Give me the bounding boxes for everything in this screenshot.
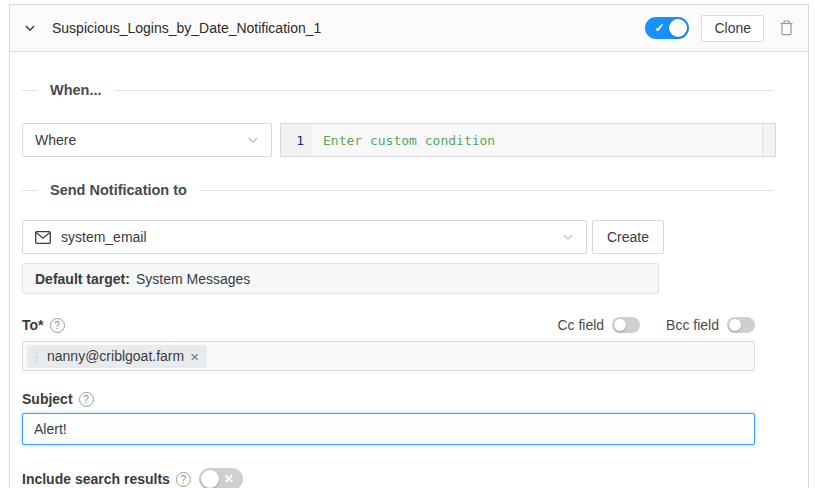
notification-header: Suspicious_Logins_by_Date_Notification_1… [10, 5, 808, 52]
divider-line [114, 90, 774, 91]
default-target-value: System Messages [136, 271, 250, 287]
cc-field-label: Cc field [557, 317, 604, 333]
condition-row: Where 1 Enter custom condition [22, 123, 808, 157]
recipients-label-row: To* ? Cc field Bcc field [22, 317, 755, 333]
operator-select-value: Where [35, 132, 76, 148]
cc-toggle-group: Cc field [557, 317, 640, 333]
help-icon[interactable]: ? [79, 392, 94, 407]
editor-scrollbar[interactable] [762, 124, 775, 156]
help-icon[interactable]: ? [50, 318, 65, 333]
delete-trash-icon[interactable] [779, 20, 794, 36]
notification-title: Suspicious_Logins_by_Date_Notification_1 [52, 20, 321, 36]
subject-label: Subject ? [22, 391, 808, 407]
bcc-field-toggle[interactable] [727, 317, 755, 333]
editor-placeholder: Enter custom condition [312, 133, 495, 148]
to-recipients-input[interactable]: ⋮ nanny@criblgoat.farm × [22, 341, 755, 371]
toggle-knob [201, 470, 219, 488]
subject-input[interactable] [22, 413, 755, 445]
include-results-label-text: Include search results [22, 471, 170, 487]
clone-button[interactable]: Clone [701, 15, 764, 42]
send-section-title: Send Notification to [50, 182, 187, 198]
divider-dash [22, 90, 38, 91]
toggle-knob [669, 19, 687, 37]
divider-line [199, 190, 774, 191]
target-row: system_email Create [22, 220, 808, 254]
subject-label-text: Subject [22, 391, 73, 407]
toggle-knob [614, 319, 626, 331]
target-select-value: system_email [61, 229, 147, 245]
notification-panel: Suspicious_Logins_by_Date_Notification_1… [9, 4, 809, 488]
bcc-toggle-group: Bcc field [666, 317, 755, 333]
default-target-info: Default target: System Messages [22, 263, 659, 294]
toggle-check-icon: ✓ [654, 22, 664, 34]
operator-select[interactable]: Where [22, 123, 272, 157]
enabled-toggle[interactable]: ✓ [645, 17, 689, 39]
when-section-title: When... [50, 82, 102, 98]
chevron-down-icon [247, 134, 259, 146]
envelope-icon [35, 231, 51, 244]
include-results-label: Include search results ? [22, 471, 191, 487]
condition-code-editor[interactable]: 1 Enter custom condition [280, 123, 776, 157]
cc-field-toggle[interactable] [612, 317, 640, 333]
chevron-down-icon [562, 231, 574, 243]
divider-dash [22, 190, 38, 191]
when-section-divider: When... [22, 82, 774, 98]
editor-line-number: 1 [281, 124, 312, 156]
to-label: To* ? [22, 317, 65, 333]
notification-target-select[interactable]: system_email [22, 220, 587, 254]
recipient-email: nanny@criblgoat.farm [47, 348, 184, 364]
include-results-row: Include search results ? ✕ [22, 468, 808, 488]
send-section-divider: Send Notification to [22, 182, 774, 198]
toggle-knob [729, 319, 741, 331]
bcc-field-label: Bcc field [666, 317, 719, 333]
toggle-x-icon: ✕ [224, 473, 234, 485]
to-label-text: To* [22, 317, 44, 333]
cc-bcc-toggles: Cc field Bcc field [557, 317, 755, 333]
include-results-toggle[interactable]: ✕ [199, 468, 243, 488]
default-target-label: Default target: [35, 271, 130, 287]
drag-handle-icon[interactable]: ⋮ [31, 350, 41, 363]
create-target-button[interactable]: Create [592, 220, 664, 254]
help-icon[interactable]: ? [176, 472, 191, 487]
recipient-tag: ⋮ nanny@criblgoat.farm × [27, 345, 207, 368]
chevron-down-icon[interactable] [24, 22, 36, 34]
remove-tag-icon[interactable]: × [190, 349, 199, 364]
